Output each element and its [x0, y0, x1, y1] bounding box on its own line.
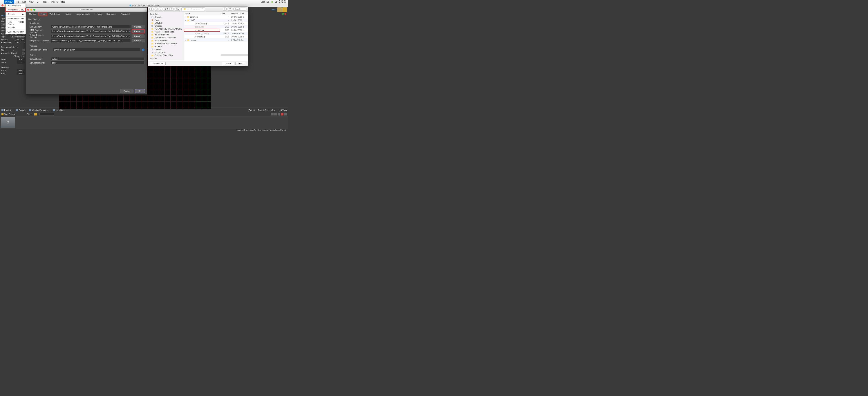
dock-viewing-params[interactable]: Viewing Paramete… [29, 109, 50, 111]
menu-hide-others[interactable]: Hide Others⌥⌘H [6, 20, 26, 26]
choose-skin-button[interactable]: Choose... [132, 25, 145, 28]
finder-path-dropdown[interactable]: 📁HtmlTemplates⌃ [181, 7, 205, 11]
image-cache-input[interactable] [51, 39, 131, 42]
tab-general[interactable]: General [27, 12, 38, 16]
menu-help[interactable]: Help [60, 0, 67, 4]
sound-play-icon[interactable] [22, 49, 25, 52]
finder-file-row[interactable]: ▶📁 common--29 Oct 2018 a [184, 15, 248, 19]
sidebar-item-desktop[interactable]: 🖥Desktop [148, 48, 184, 51]
menu-edit[interactable]: Edit [21, 0, 28, 4]
menu-show-all[interactable]: Show All [6, 26, 26, 29]
filter-input[interactable] [39, 113, 54, 116]
dock-overview[interactable]: Overvi… [16, 109, 27, 111]
html-template-dir-input[interactable] [51, 30, 131, 33]
patch-name-input[interactable] [53, 48, 141, 52]
tour-thumbnail[interactable] [1, 117, 15, 128]
tab-advanced[interactable]: Advanced [119, 12, 131, 16]
menu-preferences[interactable]: Preferences…⌘, [6, 8, 26, 11]
finder-file-row[interactable]: embed_p2vr.ggt24 KB26 Feb 2016 a [184, 32, 248, 35]
new-folder-button[interactable]: New Folder [150, 62, 165, 65]
finder-tag-icon[interactable]: ◯ [228, 7, 232, 11]
tab-skin-editor[interactable]: Skin Editor [105, 12, 118, 16]
view-grid-icon[interactable] [271, 113, 274, 116]
default-folder-input[interactable] [51, 57, 145, 61]
menu-window[interactable]: Window [49, 0, 60, 4]
menu-view[interactable]: View [28, 0, 35, 4]
sidebar-item-recents[interactable]: 🕘Recents [148, 16, 184, 19]
finder-fwd-icon[interactable]: › [159, 7, 162, 11]
prefs-ok-button[interactable]: OK [135, 89, 145, 93]
menu-hide-preview[interactable]: Hide Preview⌘H [6, 17, 26, 20]
finder-share-icon[interactable]: ⤴ [223, 7, 226, 11]
pitch-input[interactable]: 0.00° [17, 69, 25, 71]
tour-browser-tab[interactable]: Tour Browser [1, 113, 16, 115]
dock-properties[interactable]: Properti… [1, 109, 13, 111]
menu-go[interactable]: Go [35, 0, 41, 4]
sidebar-item-icloud[interactable]: ☁iCloud Drive [148, 51, 184, 54]
tab-files[interactable]: Files [39, 12, 47, 16]
tab-image-metadata[interactable]: Image Metadata [73, 12, 92, 16]
tab-images[interactable]: Images [63, 12, 73, 16]
tool-icon-1[interactable] [277, 7, 282, 12]
prefs-traffic-lights[interactable] [27, 9, 35, 11]
finder-file-row[interactable]: cardboard.ggt11 KB29 Oct 2018 a [184, 22, 248, 25]
menu-services[interactable]: Services▶ [6, 12, 26, 16]
info-icon-2[interactable]: i [24, 41, 25, 43]
finder-file-row[interactable]: normal.ggt8 KB29 Oct 2018 a [184, 28, 248, 32]
view-list-icon[interactable] [274, 113, 277, 116]
skin-dir-input[interactable] [51, 25, 131, 28]
sidebar-item-cc[interactable]: 📁Creative Cloud Files [148, 54, 184, 57]
finder-file-row[interactable]: tonytest.ggt1 KB20 Oct 2018 a [184, 35, 248, 38]
sidebar-item-dropbox[interactable]: ⬢Dropbox [148, 24, 184, 27]
dock-user-data[interactable]: User Da… [53, 109, 65, 111]
sound-alt-icon[interactable] [22, 52, 25, 55]
default-filename-input[interactable] [51, 61, 145, 64]
preferences-tabs: General Files Web Server Images Image Me… [26, 11, 147, 16]
finder-file-row[interactable]: ggpkg.ggt6 KB29 Oct 2018 a [184, 25, 248, 28]
info-icon-patch[interactable]: i [142, 49, 145, 51]
sidebar-item-ponant[interactable]: 📁PONANT MISTIKA RENDERS [148, 27, 184, 30]
loop-input[interactable]: 1 [17, 61, 25, 64]
finder-file-row[interactable]: ▶📁 remap--6 May 2018 a [184, 38, 248, 42]
finder-search-input[interactable] [233, 7, 246, 11]
choose-cache-button[interactable]: Choose... [132, 39, 145, 42]
filter-tag-icon[interactable] [34, 113, 37, 116]
sidebar-item-maud[interactable]: 📁Maud Street - Sketchup [148, 36, 184, 39]
finder-scrollbar[interactable] [220, 54, 248, 56]
view-color-icon[interactable] [281, 113, 283, 116]
level-input[interactable]: 1.00 [17, 58, 25, 61]
dock-gsv[interactable]: Google Street View [257, 109, 276, 111]
output-template-dir-input[interactable] [51, 34, 131, 38]
choose-html-button[interactable]: Choose... [132, 30, 145, 33]
prefs-cancel-button[interactable]: Cancel [120, 89, 133, 93]
dock-list-view[interactable]: List View [278, 109, 287, 111]
sidebar-item-plans[interactable]: 📁Plans + Related Docs [148, 30, 184, 33]
finder-group-icon[interactable]: ⊡ ▾ [175, 7, 180, 11]
overlay-dots[interactable] [282, 13, 286, 15]
finder-view-icons[interactable]: ▦ ☰ ☳ ⊟ [163, 7, 174, 11]
finder-file-row[interactable]: ▼📁 html5--29 Oct 2018 a [184, 19, 248, 22]
sidebar-item-tony[interactable]: 🏠Tony [148, 19, 184, 22]
sidebar-item-rfe[interactable]: 📁rfe-rebuild-0308 [148, 33, 184, 36]
menu-tools[interactable]: Tools [41, 0, 49, 4]
finder-grid-icon[interactable]: ⊞ [149, 7, 153, 11]
dock-output[interactable]: Output [248, 109, 255, 111]
menu-preview[interactable]: Preview [4, 0, 14, 4]
menu-file[interactable]: File [14, 0, 21, 4]
finder-open-button[interactable]: Open [235, 62, 246, 65]
sidebar-item-p2vr[interactable]: 📁P2vr 360video [148, 39, 184, 42]
finder-back-icon[interactable]: ‹ [155, 7, 158, 11]
menu-about-preview[interactable]: About Preview [6, 4, 26, 7]
view-small-icon[interactable] [278, 113, 280, 116]
roll-input[interactable]: 0.00° [17, 72, 25, 75]
view-extra-icon[interactable] [284, 113, 287, 116]
sidebar-item-screens[interactable]: 📁Screens [148, 45, 184, 48]
tab-web-server[interactable]: Web Server [48, 12, 62, 16]
sidebar-item-movies[interactable]: 📁MOVIES [148, 22, 184, 24]
choose-output-button[interactable]: Choose... [132, 34, 145, 38]
finder-cancel-button[interactable]: Cancel [222, 62, 234, 65]
menu-quit-preview[interactable]: Quit Preview⌘Q [6, 30, 26, 34]
sidebar-item-russian[interactable]: 📁Russian Far East Rebuild [148, 42, 184, 45]
tab-ffmpeg[interactable]: FFmpeg [93, 12, 104, 16]
tool-icon-2[interactable] [282, 7, 287, 12]
